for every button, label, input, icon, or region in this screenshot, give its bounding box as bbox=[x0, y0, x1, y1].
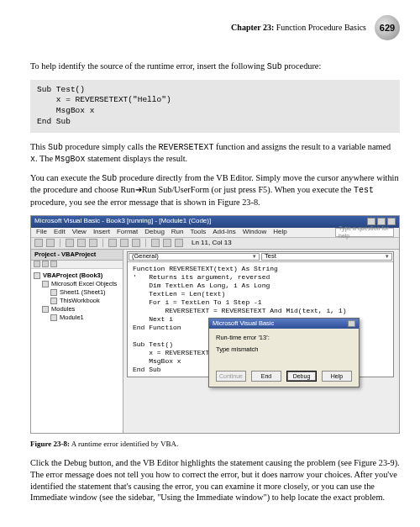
toolbar-icon[interactable] bbox=[163, 239, 171, 247]
paragraph-debug-explain: Click the Debug button, and the VB Edito… bbox=[30, 457, 400, 504]
menu-edit[interactable]: Edit bbox=[54, 228, 66, 237]
close-icon[interactable] bbox=[348, 320, 355, 327]
menu-addins[interactable]: Add-Ins bbox=[213, 228, 236, 237]
inline-code-sub: Sub bbox=[267, 62, 282, 71]
project-icon bbox=[34, 272, 40, 279]
pause-icon[interactable] bbox=[120, 239, 129, 247]
toolbar-icon[interactable] bbox=[89, 239, 97, 247]
tree-root[interactable]: VBAProject (Book3) bbox=[34, 271, 120, 280]
vb-menubar: File Edit View Insert Format Debug Run T… bbox=[31, 228, 399, 238]
menu-view[interactable]: View bbox=[72, 228, 87, 237]
menu-window[interactable]: Window bbox=[243, 228, 266, 237]
cursor-position: Ln 11, Col 13 bbox=[192, 239, 232, 248]
window-title: Microsoft Visual Basic - Book3 [running]… bbox=[34, 217, 211, 226]
chapter-prefix: Chapter 23: bbox=[231, 23, 274, 32]
paragraph-intro: To help identify the source of the runti… bbox=[30, 61, 400, 73]
run-icon[interactable] bbox=[108, 239, 117, 247]
paragraph-explain-sub: This Sub procedure simply calls the REVE… bbox=[30, 141, 400, 166]
module-icon bbox=[50, 314, 57, 321]
code-block-test-sub: Sub Test() x = REVERSETEXT("Hello") MsgB… bbox=[30, 80, 400, 133]
code-combo-row: (General)▾ Test▾ bbox=[128, 252, 393, 262]
tree-folder-excel-objects[interactable]: Microsoft Excel Objects bbox=[34, 280, 120, 288]
menu-insert[interactable]: Insert bbox=[93, 228, 110, 237]
toolbar-icon[interactable] bbox=[34, 239, 43, 247]
chapter-title: Function Procedure Basics bbox=[274, 23, 366, 32]
runtime-error-dialog: Microsoft Visual Basic Run-time error '1… bbox=[208, 318, 360, 387]
toolbar-icon[interactable] bbox=[151, 239, 160, 247]
dialog-buttons: Continue End Debug Help bbox=[209, 369, 359, 387]
menu-tools[interactable]: Tools bbox=[191, 228, 207, 237]
code-pane: (General)▾ Test▾ Function REVERSETEXT(te… bbox=[123, 250, 399, 433]
dialog-body: Run-time error '13': Type mismatch bbox=[209, 329, 359, 357]
dialog-title: Microsoft Visual Basic bbox=[213, 319, 274, 328]
toolbar-icon[interactable] bbox=[175, 239, 183, 247]
menu-debug[interactable]: Debug bbox=[144, 228, 165, 237]
chevron-down-icon: ▾ bbox=[253, 252, 256, 260]
vba-editor-screenshot: Microsoft Visual Basic - Book3 [running]… bbox=[30, 215, 400, 434]
continue-button: Continue bbox=[216, 371, 246, 382]
folder-icon bbox=[42, 281, 49, 287]
page-number-badge: 629 bbox=[375, 15, 400, 40]
workbook-icon bbox=[50, 298, 57, 304]
menu-run[interactable]: Run bbox=[171, 228, 184, 237]
project-explorer-toolbar bbox=[31, 261, 123, 269]
figure-caption: Figure 23-8: A runtime error identified … bbox=[30, 439, 400, 449]
project-explorer-title: Project - VBAProject bbox=[31, 250, 123, 261]
chevron-down-icon: ▾ bbox=[386, 252, 389, 260]
menu-format[interactable]: Format bbox=[117, 228, 138, 237]
view-code-icon[interactable] bbox=[34, 261, 40, 267]
folder-icon bbox=[42, 306, 49, 313]
toggle-folders-icon[interactable] bbox=[50, 261, 57, 267]
toolbar-icon[interactable] bbox=[66, 239, 74, 247]
paragraph-run-instructions: You can execute the Sub procedure direct… bbox=[30, 172, 400, 208]
toolbar-icon[interactable] bbox=[77, 239, 86, 247]
error-message: Type mismatch bbox=[216, 345, 352, 354]
menu-help[interactable]: Help bbox=[273, 228, 286, 237]
error-code: Run-time error '13': bbox=[216, 334, 352, 342]
vb-body: Project - VBAProject VBAProject (Book3) … bbox=[31, 250, 399, 433]
tree-item-sheet1[interactable]: Sheet1 (Sheet1) bbox=[34, 288, 120, 297]
help-search-area: Type a question for help bbox=[335, 228, 394, 237]
project-tree: VBAProject (Book3) Microsoft Excel Objec… bbox=[31, 269, 123, 325]
stop-icon[interactable] bbox=[132, 239, 140, 247]
object-combo[interactable]: (General)▾ bbox=[129, 253, 260, 261]
debug-button[interactable]: Debug bbox=[286, 371, 317, 382]
end-button[interactable]: End bbox=[251, 371, 281, 382]
page-number: 629 bbox=[380, 22, 395, 34]
figure-label: Figure 23-8: bbox=[30, 440, 70, 448]
toolbar-icon[interactable] bbox=[46, 239, 55, 247]
page-header: Chapter 23: Function Procedure Basics 62… bbox=[30, 15, 400, 40]
tree-folder-modules[interactable]: Modules bbox=[34, 305, 120, 314]
tree-item-module1[interactable]: Module1 bbox=[34, 314, 120, 322]
view-object-icon[interactable] bbox=[42, 261, 49, 267]
menu-file[interactable]: File bbox=[36, 228, 47, 237]
dialog-titlebar: Microsoft Visual Basic bbox=[209, 319, 359, 329]
chapter-line: Chapter 23: Function Procedure Basics bbox=[231, 22, 366, 34]
help-button[interactable]: Help bbox=[322, 371, 352, 382]
project-explorer: Project - VBAProject VBAProject (Book3) … bbox=[31, 250, 123, 433]
code-window: (General)▾ Test▾ Function REVERSETEXT(te… bbox=[127, 251, 394, 377]
procedure-combo[interactable]: Test▾ bbox=[261, 253, 392, 261]
tree-item-thisworkbook[interactable]: ThisWorkbook bbox=[34, 297, 120, 305]
sheet-icon bbox=[50, 289, 57, 296]
help-search-input[interactable]: Type a question for help bbox=[335, 228, 394, 237]
